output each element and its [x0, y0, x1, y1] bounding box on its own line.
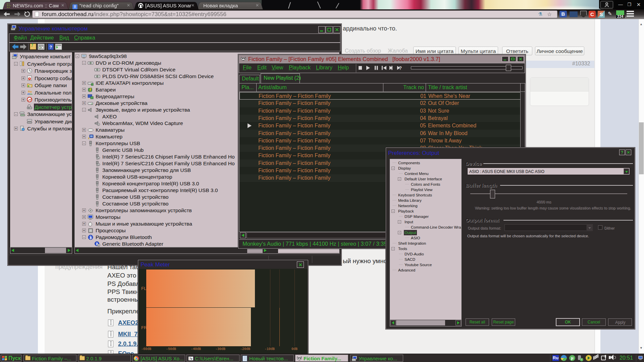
svg-text:?: ? [399, 65, 402, 70]
